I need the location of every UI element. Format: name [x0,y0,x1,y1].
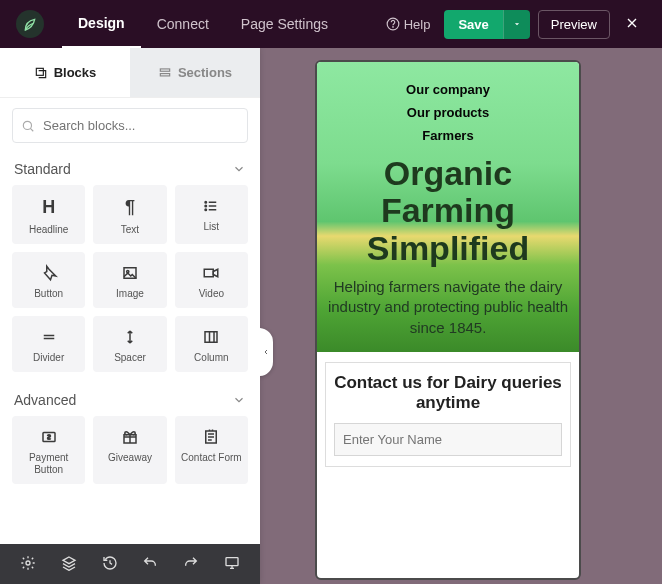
svg-point-16 [26,561,30,565]
block-contact-form[interactable]: Contact Form [175,416,248,484]
svg-rect-12 [205,332,217,343]
block-text[interactable]: ¶Text [93,185,166,244]
preview-nav-item[interactable]: Our company [325,82,571,97]
svg-point-7 [205,205,207,207]
leaf-icon [22,16,38,32]
save-button[interactable]: Save [444,10,502,39]
sidebar-tab-sections[interactable]: Sections [130,48,260,97]
monitor-icon [224,555,240,571]
block-headline[interactable]: HHeadline [12,185,85,244]
svg-point-1 [392,27,393,28]
canvas-area: Our company Our products Farmers Organic… [260,48,662,584]
redo-icon [183,555,199,571]
search-input[interactable] [12,108,248,143]
contact-form-icon [202,428,220,446]
svg-rect-2 [36,68,43,75]
redo-button[interactable] [177,549,205,580]
block-column[interactable]: Column [175,316,248,372]
preview-device: Our company Our products Farmers Organic… [315,60,581,580]
history-button[interactable] [96,549,124,580]
preview-name-input[interactable] [334,423,562,456]
layers-icon [61,555,77,571]
save-dropdown[interactable] [503,10,530,39]
block-image[interactable]: Image [93,252,166,308]
settings-button[interactable] [14,549,42,580]
gear-icon [20,555,36,571]
list-icon [202,197,220,215]
close-icon [624,15,640,31]
block-divider[interactable]: Divider [12,316,85,372]
section-standard-toggle[interactable]: Standard [12,155,248,185]
block-list[interactable]: List [175,185,248,244]
block-button[interactable]: Button [12,252,85,308]
sections-icon [158,66,172,80]
tab-design[interactable]: Design [62,0,141,48]
app-logo [16,10,44,38]
spacer-icon [121,328,139,346]
chevron-left-icon [262,347,270,357]
history-icon [102,555,118,571]
undo-button[interactable] [136,549,164,580]
preview-subhead: Helping farmers navigate the dairy indus… [325,277,571,338]
preview-contact-title: Contact us for Dairy queries anytime [334,373,562,413]
section-advanced-toggle[interactable]: Advanced [12,386,248,416]
block-payment-button[interactable]: Payment Button [12,416,85,484]
help-link[interactable]: Help [386,17,431,32]
chevron-down-icon [232,162,246,176]
headline-icon: H [42,197,55,218]
button-icon [40,264,58,282]
preview-nav-item[interactable]: Our products [325,105,571,120]
nav-tabs: Design Connect Page Settings [62,0,344,48]
svg-point-5 [23,121,31,129]
sidebar-tab-blocks[interactable]: Blocks [0,48,130,97]
preview-hero: Our company Our products Farmers Organic… [317,62,579,352]
image-icon [121,264,139,282]
sidebar: Blocks Sections Standard HHeadline [0,48,260,584]
preview-headline: Organic Farming Simplified [325,155,571,267]
preview-button[interactable]: Preview [538,10,610,39]
preview-nav-item[interactable]: Farmers [325,128,571,143]
preview-scroll[interactable]: Our company Our products Farmers Organic… [317,62,579,578]
payment-icon [40,428,58,446]
preview-nav: Our company Our products Farmers [325,82,571,143]
block-video[interactable]: Video [175,252,248,308]
text-icon: ¶ [125,197,135,218]
block-giveaway[interactable]: Giveaway [93,416,166,484]
block-spacer[interactable]: Spacer [93,316,166,372]
close-button[interactable] [618,9,646,40]
sidebar-collapse-handle[interactable] [260,328,273,376]
video-icon [202,264,220,282]
preview-contact-card: Contact us for Dairy queries anytime [325,362,571,467]
topbar: Design Connect Page Settings Help Save P… [0,0,662,48]
device-button[interactable] [218,549,246,580]
undo-icon [142,555,158,571]
tab-page-settings[interactable]: Page Settings [225,0,344,48]
svg-point-6 [205,202,207,204]
bottom-toolbar [0,544,260,584]
blocks-icon [34,66,48,80]
search-icon [21,119,35,133]
divider-icon [40,328,58,346]
column-icon [202,328,220,346]
help-icon [386,17,400,31]
caret-down-icon [512,19,522,29]
svg-rect-17 [226,557,238,565]
tab-connect[interactable]: Connect [141,0,225,48]
svg-rect-4 [160,73,169,75]
svg-point-8 [205,209,207,211]
layers-button[interactable] [55,549,83,580]
svg-rect-11 [205,269,214,277]
svg-rect-3 [160,68,169,70]
chevron-down-icon [232,393,246,407]
giveaway-icon [121,428,139,446]
